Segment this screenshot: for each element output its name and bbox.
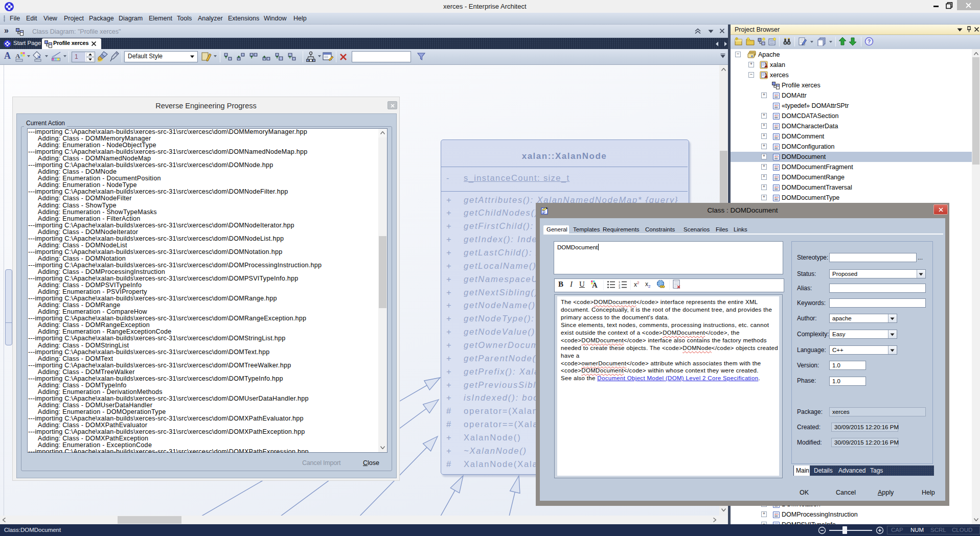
svg-text:3: 3 [619, 286, 620, 289]
svg-text:A: A [15, 52, 20, 60]
svg-text:?: ? [868, 39, 871, 44]
